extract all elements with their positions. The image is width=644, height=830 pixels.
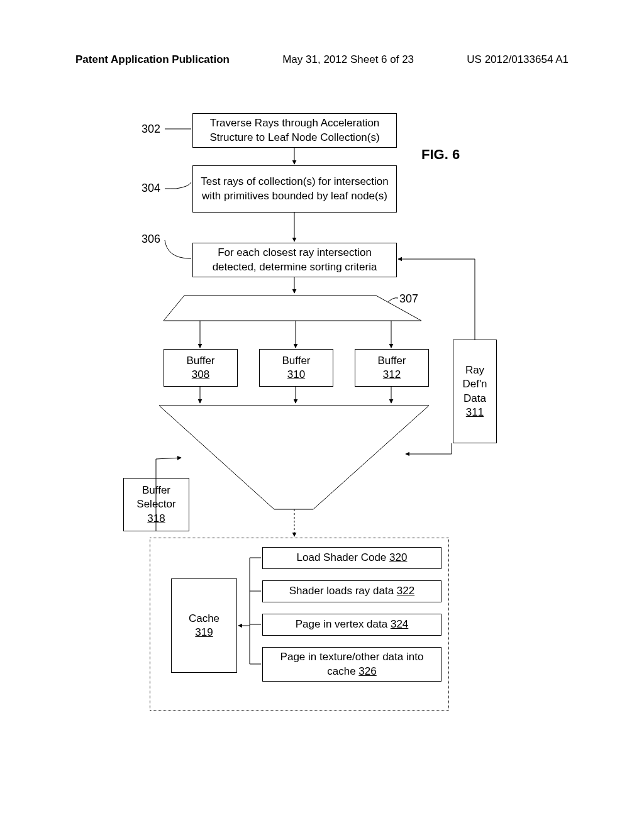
- label-302: 302: [142, 123, 160, 136]
- label-306: 306: [142, 233, 160, 246]
- buffer-selector-318: Buffer Selector 318: [123, 478, 189, 531]
- raydef-ref: 311: [466, 406, 484, 419]
- flow-diagram: FIG. 6 302 304 306 307 Traverse Rays thr…: [0, 0, 644, 830]
- buffer-308-ref: 308: [192, 368, 209, 382]
- figure-title: FIG. 6: [421, 147, 460, 163]
- raydef-l1: Ray: [465, 363, 484, 377]
- step-304: Test rays of collection(s) for intersect…: [192, 165, 397, 213]
- buffer-310-name: Buffer: [282, 354, 310, 368]
- step-302: Traverse Rays through Acceleration Struc…: [192, 113, 397, 148]
- buffer-308: Buffer 308: [164, 349, 238, 387]
- ray-defn-data-311: Ray Def'n Data 311: [453, 340, 497, 443]
- raydef-l3: Data: [464, 392, 486, 406]
- bufsel-ref: 318: [147, 512, 165, 526]
- raydef-l2: Def'n: [462, 377, 487, 391]
- buffer-310: Buffer 310: [259, 349, 333, 387]
- buffer-312-ref: 312: [383, 368, 401, 382]
- buffer-310-ref: 310: [287, 368, 305, 382]
- b316-text: Buffer select for send to shading: [219, 411, 372, 423]
- step-306: For each closest ray intersection detect…: [192, 243, 397, 277]
- svg-line-12: [156, 458, 181, 459]
- bufsel-name: Buffer Selector: [129, 484, 184, 511]
- buffer-312-name: Buffer: [377, 354, 406, 368]
- label-304: 304: [142, 182, 160, 195]
- buffer-308-name: Buffer: [186, 354, 214, 368]
- b316-ref: 316: [287, 425, 304, 437]
- label-307: 307: [399, 292, 418, 306]
- shading-group: [150, 538, 449, 711]
- buffer-select-316: Buffer select for send to shading 316: [189, 411, 402, 438]
- buffer-312: Buffer 312: [355, 349, 429, 387]
- sort-step-307: Sort indications/intersections into buff…: [164, 306, 396, 319]
